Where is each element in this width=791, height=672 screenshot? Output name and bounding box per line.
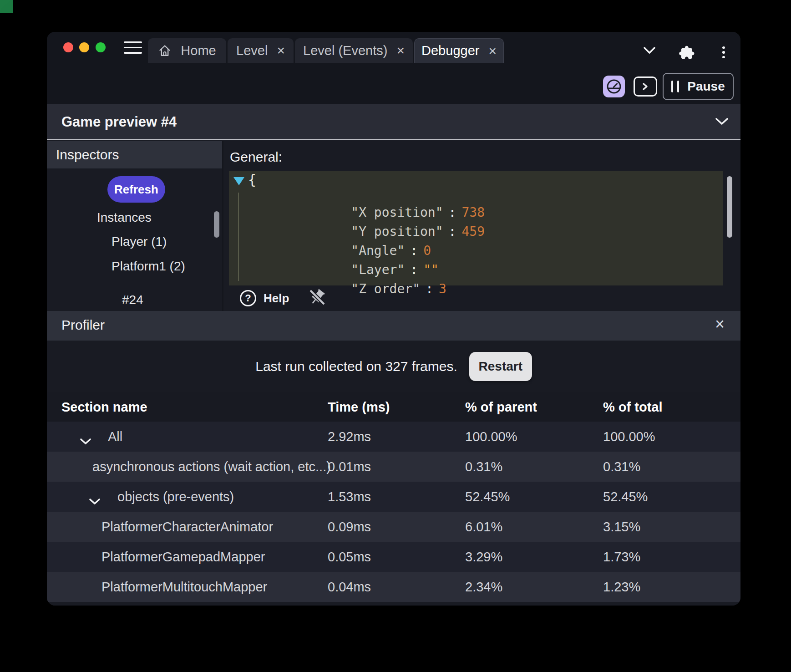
- close-tab-icon[interactable]: ×: [396, 44, 405, 57]
- inspectors-panel: Inspectors Refresh Instances Player (1) …: [47, 141, 223, 311]
- json-value: 459: [461, 224, 485, 239]
- table-row[interactable]: PlatformerCharacterAnimator 0.09ms 6.01%…: [47, 512, 740, 542]
- hamburger-menu-icon[interactable]: [124, 41, 142, 54]
- inspectors-header: Inspectors: [47, 141, 223, 168]
- game-preview-header[interactable]: Game preview #4: [47, 104, 740, 140]
- tab-label: Level: [236, 43, 268, 58]
- tab-level-events[interactable]: Level (Events) ×: [295, 38, 413, 63]
- table-row[interactable]: asynchronous actions (wait action, etc..…: [47, 452, 740, 482]
- pct-parent-value: 6.01%: [465, 519, 502, 535]
- unpin-icon[interactable]: [308, 288, 326, 309]
- inspectors-scrollbar[interactable]: [214, 211, 219, 238]
- tab-label: Debugger: [421, 43, 479, 58]
- titlebar: Home Level × Level (Events) × Debugger ×: [47, 32, 740, 104]
- pct-parent-value: 0.31%: [465, 459, 502, 474]
- time-value: 0.09ms: [328, 519, 371, 535]
- section-name: PlatformerGamepadMapper: [101, 550, 265, 565]
- json-colon: :: [426, 281, 433, 296]
- tab-debugger[interactable]: Debugger ×: [414, 38, 504, 63]
- close-tab-icon[interactable]: ×: [488, 44, 497, 58]
- collapse-chevron-icon[interactable]: [715, 117, 729, 127]
- help-label: Help: [264, 291, 289, 305]
- json-value: 3: [439, 281, 446, 296]
- tree-item-player[interactable]: Player (1): [112, 234, 167, 249]
- close-window-button[interactable]: [63, 42, 73, 52]
- pause-label: Pause: [687, 79, 725, 94]
- pct-total-value: 100.00%: [603, 429, 655, 444]
- gauge-icon: [606, 78, 622, 95]
- desktop: Home Level × Level (Events) × Debugger ×: [0, 0, 791, 672]
- json-key: "Z order": [351, 281, 420, 296]
- pct-total-value: 1.73%: [603, 550, 640, 565]
- tree-guide-line: [238, 193, 239, 281]
- home-icon: [158, 44, 172, 57]
- close-profiler-icon[interactable]: ×: [715, 315, 725, 334]
- pct-parent-value: 100.00%: [465, 429, 517, 444]
- profiler-status-text: Last run collected on 327 frames.: [255, 359, 457, 374]
- pause-button[interactable]: Pause: [663, 73, 734, 100]
- extensions-puzzle-icon[interactable]: [678, 44, 695, 61]
- time-value: 0.05ms: [328, 550, 371, 565]
- tab-level[interactable]: Level ×: [228, 38, 294, 63]
- pct-total-value: 3.15%: [603, 519, 640, 535]
- profiler-header: Profiler ×: [47, 311, 740, 341]
- section-name: All: [108, 429, 122, 444]
- pct-total-value: 1.23%: [603, 580, 640, 595]
- table-row[interactable]: PlatformerGamepadMapper 0.05ms 3.29% 1.7…: [47, 542, 740, 572]
- console-button[interactable]: [634, 76, 657, 97]
- table-row[interactable]: All 2.92ms 100.00% 100.00%: [47, 422, 740, 452]
- close-tab-icon[interactable]: ×: [277, 44, 285, 57]
- expand-triangle-icon[interactable]: [233, 177, 244, 185]
- pause-icon: [671, 81, 679, 92]
- time-value: 1.53ms: [328, 489, 371, 504]
- col-pct-parent: % of parent: [465, 400, 537, 415]
- time-value: 0.01ms: [328, 459, 371, 474]
- table-row[interactable]: PlatformerMultitouchMapper 0.04ms 2.34% …: [47, 572, 740, 602]
- table-row[interactable]: objects (pre-events) 1.53ms 52.45% 52.45…: [47, 482, 740, 512]
- restart-button[interactable]: Restart: [469, 352, 532, 381]
- section-name: PlatformerMultitouchMapper: [101, 580, 267, 595]
- tab-bar: Home Level × Level (Events) × Debugger ×: [148, 38, 504, 63]
- tab-label: Home: [181, 43, 216, 58]
- json-inspector: { "X position":738 "Y position":459 "Ang…: [229, 171, 723, 285]
- pct-parent-value: 52.45%: [465, 489, 510, 504]
- general-title: General:: [230, 149, 282, 165]
- desktop-corner: [0, 0, 13, 13]
- pct-parent-value: 2.34%: [465, 580, 502, 595]
- profiler-panel: Profiler × Last run collected on 327 fra…: [47, 311, 740, 606]
- game-preview-title: Game preview #4: [61, 114, 177, 130]
- section-name: objects (pre-events): [117, 489, 234, 504]
- json-open-brace: {: [248, 172, 256, 188]
- general-panel: General: { "X position":738 "Y position"…: [223, 141, 740, 311]
- profiler-toggle-button[interactable]: [603, 76, 625, 97]
- col-section-name: Section name: [61, 400, 147, 415]
- inspectors-title: Inspectors: [56, 147, 119, 163]
- pct-total-value: 52.45%: [603, 489, 648, 504]
- help-row: ? Help: [240, 288, 326, 309]
- profiler-table-header: Section name Time (ms) % of parent % of …: [47, 392, 740, 422]
- chevron-down-icon[interactable]: [89, 494, 101, 509]
- section-name: asynchronous actions (wait action, etc..…: [92, 459, 331, 474]
- section-name: PlatformerCharacterAnimator: [101, 519, 273, 535]
- debugger-window: Home Level × Level (Events) × Debugger ×: [47, 32, 740, 606]
- profiler-title: Profiler: [61, 317, 105, 333]
- chevron-down-icon[interactable]: [643, 46, 656, 55]
- kebab-menu-icon[interactable]: [718, 44, 730, 61]
- col-time: Time (ms): [328, 400, 390, 415]
- tree-item-instances[interactable]: Instances: [97, 210, 152, 225]
- pct-total-value: 0.31%: [603, 459, 640, 474]
- tab-label: Level (Events): [303, 43, 387, 58]
- zoom-window-button[interactable]: [96, 42, 106, 52]
- chevron-down-icon[interactable]: [80, 433, 91, 448]
- json-colon: :: [449, 224, 456, 239]
- tree-item-platform1[interactable]: Platform1 (2): [112, 259, 185, 274]
- tab-home[interactable]: Home: [148, 38, 226, 63]
- minimize-window-button[interactable]: [79, 42, 89, 52]
- help-icon[interactable]: ?: [240, 290, 256, 306]
- refresh-button[interactable]: Refresh: [107, 176, 165, 203]
- general-scrollbar[interactable]: [727, 176, 732, 238]
- tree-item-instance-24[interactable]: #24: [122, 293, 143, 307]
- profiler-status-row: Last run collected on 327 frames. Restar…: [47, 352, 740, 381]
- time-value: 0.04ms: [328, 580, 371, 595]
- inspector-area: Inspectors Refresh Instances Player (1) …: [47, 141, 740, 311]
